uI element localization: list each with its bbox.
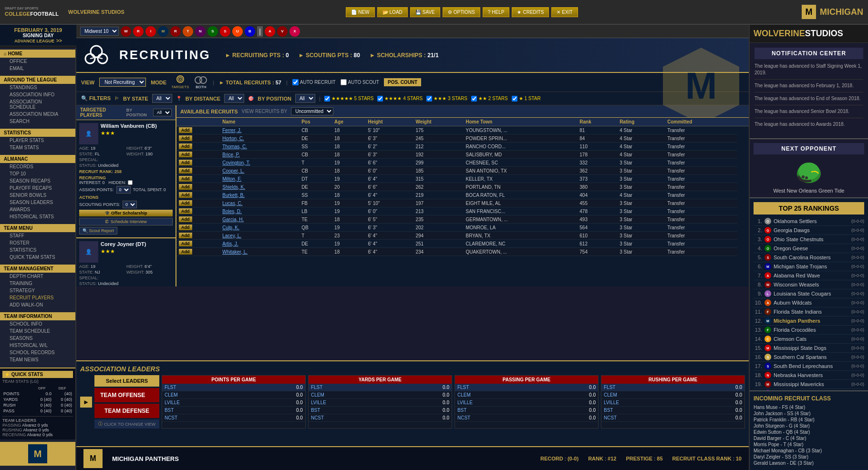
add-recruit-btn-15[interactable]: Add [179,249,192,255]
sidebar-roster[interactable]: ROSTER [0,239,75,246]
sidebar-season-recaps[interactable]: SEASON RECAPS [0,177,75,184]
sidebar-office[interactable]: OFFICE [0,58,75,65]
add-recruit-btn-10[interactable]: Add [179,208,192,214]
sidebar-season-leaders[interactable]: SEASON LEADERS [0,199,75,206]
sidebar-around-league[interactable]: AROUND THE LEAGUE [0,76,75,84]
recruit-name-0[interactable]: Ferrer, J. [222,128,241,133]
sidebar-team-stats[interactable]: TEAM STATS [0,144,75,151]
4star-filter[interactable]: ★★★★ 4 STARS [377,96,423,102]
sidebar-team-schedule[interactable]: TEAM SCHEDULE [0,327,75,335]
sidebar-depth-chart[interactable]: DEPTH CHART [0,273,75,280]
recruit-name-6[interactable]: Milton, F. [222,176,241,182]
position-filter-select[interactable]: All [295,94,315,103]
sidebar-school-info[interactable]: SCHOOL INFO [0,320,75,327]
sidebar-team-news[interactable]: TEAM NEWS [0,356,75,363]
recruit-name-3[interactable]: Brice, P. [222,152,240,157]
recruit-name-14[interactable]: Artis, J. [222,241,238,246]
sidebar-search[interactable]: SEARCH [0,118,75,125]
add-recruit-btn-7[interactable]: Add [179,184,192,190]
sidebar-email[interactable]: EMAIL [0,65,75,72]
add-recruit-btn-8[interactable]: Add [179,192,192,198]
sidebar-staff[interactable]: STAFF [0,232,75,239]
save-btn[interactable]: 💾 SAVE [410,7,440,17]
add-recruit-btn-11[interactable]: Add [179,216,192,222]
league-select[interactable]: Midwest 10 [80,27,119,36]
add-recruit-btn-1[interactable]: Add [179,135,192,141]
offer-scholarship-btn-1[interactable]: 🎓 Offer Scholarship [79,210,173,216]
sidebar-strategy[interactable]: STRATEGY [0,287,75,294]
team-logo-11[interactable]: B [245,26,255,37]
sidebar-senior-bowls[interactable]: SENIOR BOWLS [0,192,75,199]
advance-league-btn[interactable]: ADVANCE LEAGUE >> [2,38,74,43]
sidebar-association-schedule[interactable]: ASSOCIATION SCHEDULE [0,98,75,111]
recruit-name-5[interactable]: Cooper, L. [222,168,244,174]
team-logo-6[interactable]: T [183,26,193,37]
sidebar-home[interactable]: ⌂ HOME [0,50,75,58]
sidebar-association-media[interactable]: ASSOCIATION MEDIA [0,111,75,118]
scout-report-btn-1[interactable]: 🔍 Scout Report [79,227,117,235]
sidebar-quick-team-stats[interactable]: QUICK TEAM STATS [0,254,75,261]
both-mode-btn[interactable]: BOTH [194,75,208,89]
load-btn[interactable]: 📂 LOAD [377,7,408,17]
team-logo-13[interactable]: V [277,26,288,37]
schedule-interview-btn-1[interactable]: 🗓 Schedule Interview [79,218,173,225]
state-filter-select[interactable]: All [152,94,172,103]
add-recruit-btn-13[interactable]: Add [179,233,192,238]
add-recruit-btn-4[interactable]: Add [179,160,192,165]
scouting-points-select-1[interactable]: 0 [123,201,137,208]
2star-filter[interactable]: ★★ 2 STARS [471,96,508,102]
add-recruit-btn-2[interactable]: Add [179,143,192,149]
sidebar-seasons[interactable]: SEASONS [0,335,75,342]
team-logo-4[interactable]: M [158,26,168,37]
select-leaders-btn[interactable]: Select LEADERS [94,375,159,387]
team-logo-12[interactable]: A [265,26,275,37]
sidebar-player-stats[interactable]: PLAYER STATS [0,137,75,144]
sidebar-recruit-players[interactable]: RECRUIT PLAYERS [0,294,75,301]
add-recruit-btn-5[interactable]: Add [179,168,192,174]
sidebar-records[interactable]: RECORDS [0,163,75,170]
targets-mode-btn[interactable]: TARGETS [171,75,189,89]
recruit-name-4[interactable]: Covington, T. [222,160,250,165]
auto-recruit-check[interactable]: AUTO RECRUIT [292,79,336,85]
sidebar-historical-stats[interactable]: HISTORICAL STATS [0,213,75,220]
auto-scout-check[interactable]: AUTO SCOUT [341,79,379,85]
team-logo-7[interactable]: N [195,26,206,37]
recruit-name-10[interactable]: Boles, D. [222,209,242,214]
view-select[interactable]: Not Recruiting [99,78,146,87]
team-offense-btn[interactable]: TEAM OFFENSE [94,388,159,402]
click-change-view-btn[interactable]: ⓘ CLICK TO CHANGE VIEW [94,419,159,429]
new-btn[interactable]: 📄 NEW [346,7,374,17]
sidebar-training[interactable]: TRAINING [0,280,75,287]
leaders-arrow-btn[interactable]: ► [80,397,92,408]
sidebar-team-menu[interactable]: TEAM MENU [0,224,75,232]
view-recruits-select[interactable]: Uncommitted [291,107,333,115]
sidebar-statistics[interactable]: STATISTICS [0,129,75,137]
add-recruit-btn-0[interactable]: Add [179,127,192,133]
team-logo-1[interactable]: W [121,26,131,37]
sidebar-top10[interactable]: TOP 10 [0,170,75,177]
recruit-name-9[interactable]: Lucas, C. [222,201,242,206]
sidebar-awards[interactable]: AWARDS [0,206,75,213]
3star-filter[interactable]: ★★★ 3 STARS [426,96,467,102]
team-logo-5[interactable]: R [170,26,181,37]
assign-points-select-1[interactable]: 0 [116,186,131,194]
sidebar-school-records[interactable]: SCHOOL RECORDS [0,349,75,356]
sidebar-historical-wl[interactable]: HISTORICAL W/L [0,342,75,349]
recruit-name-11[interactable]: Garcia, H. [222,217,244,222]
credits-btn[interactable]: ★ CREDITS [512,7,549,17]
distance-filter-select[interactable]: All [224,94,244,103]
add-recruit-btn-9[interactable]: Add [179,200,192,206]
sidebar-statistics2[interactable]: STATISTICS [0,246,75,254]
5star-filter[interactable]: ★★★★★ 5 STARS [324,96,374,102]
add-recruit-btn-12[interactable]: Add [179,225,192,230]
add-recruit-btn-6[interactable]: Add [179,176,192,182]
recruit-name-12[interactable]: Culp, K. [222,225,239,230]
sidebar-playoff-recaps[interactable]: PLAYOFF RECAPS [0,184,75,192]
recruit-name-15[interactable]: Whitaker, L. [222,249,248,255]
team-logo-2[interactable]: R [133,26,144,37]
team-defense-btn[interactable]: TEAM DEFENSE [94,404,159,418]
sidebar-standings[interactable]: STANDINGS [0,84,75,91]
add-recruit-btn-3[interactable]: Add [179,152,192,157]
recruit-name-13[interactable]: Lacey, L. [222,233,241,238]
team-logo-10[interactable]: U [232,26,243,37]
